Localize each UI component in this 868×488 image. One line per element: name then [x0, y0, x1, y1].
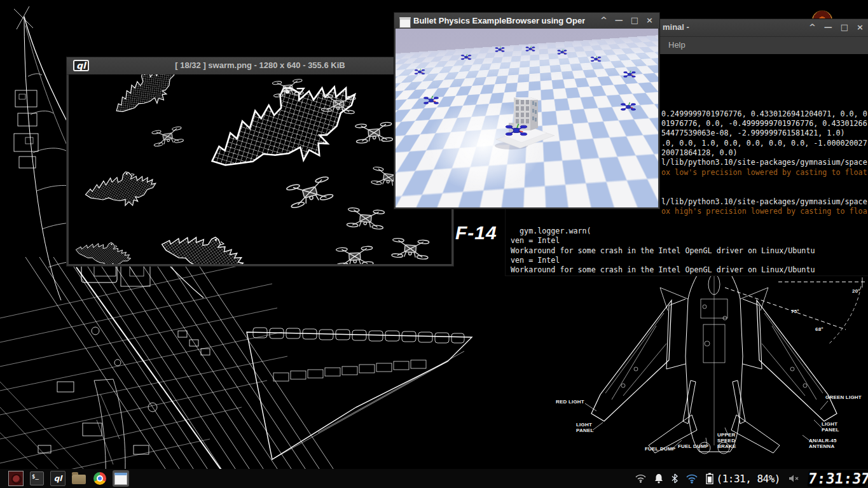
blueprint-label-light-panel-left: LIGHT PANEL: [576, 422, 595, 434]
terminal-window-controls: ^ — □ ×: [809, 22, 864, 33]
taskbar-item-files[interactable]: [71, 470, 87, 487]
sim-drone: [461, 54, 471, 60]
bullet-app-icon: [399, 17, 411, 28]
blueprint-angle-20: 20°: [852, 289, 860, 295]
taskbar-item-qimgv[interactable]: ql: [50, 470, 66, 487]
minimize-button[interactable]: —: [824, 22, 832, 33]
window-icon: [114, 473, 127, 485]
simulation-viewport[interactable]: [396, 29, 658, 207]
taskbar-item-active-window[interactable]: [113, 470, 129, 487]
sim-drone: [415, 69, 425, 74]
terminal-line: gym.logger.warn(: [511, 227, 868, 236]
taskbar-item-chrome[interactable]: [92, 470, 108, 487]
taskbar-item-terminal[interactable]: $_: [29, 470, 45, 487]
blueprint-label-fuel-dump-left: FUEL DUMP: [645, 447, 675, 452]
terminal-line: [511, 216, 868, 226]
folder-icon: [72, 475, 86, 484]
close-button[interactable]: ×: [646, 15, 653, 26]
desktop: F-14 RED LIGHT LIGHT PANEL FUEL DUMP FUE…: [0, 0, 868, 488]
terminal-line: Workaround for some crash in the Intel O…: [511, 246, 868, 256]
blueprint-label-upper-speed-brake: UPPER SPEED BRAKE: [717, 433, 740, 449]
sim-drone: [624, 71, 636, 77]
blueprint-label-antenna: AN/ALR-45 ANTENNA: [809, 438, 841, 450]
qimgv-icon: ql: [50, 471, 65, 486]
tray-clock[interactable]: 7:31:37: [807, 470, 867, 487]
red-app-icon: [8, 471, 24, 486]
taskbar: $_ ql: [0, 469, 868, 488]
bullet-titlebar[interactable]: Bullet Physics ExampleBrowser using Oper…: [394, 13, 659, 29]
terminal-line: ven = Intel: [511, 256, 868, 265]
sim-drone: [558, 50, 567, 55]
terminal-line: Workaround for some crash in the Intel O…: [511, 265, 868, 275]
notification-bell-icon[interactable]: [654, 473, 663, 484]
sim-drone: [621, 102, 635, 111]
volume-muted-icon[interactable]: [789, 474, 800, 483]
terminal-line: ven = Intel: [511, 236, 868, 246]
sim-drones-layer: [396, 29, 658, 207]
chrome-icon: [93, 472, 106, 485]
shade-button[interactable]: ^: [809, 22, 816, 33]
bullet-physics-window: Bullet Physics ExampleBrowser using Oper…: [394, 13, 659, 209]
wifi-connected-icon[interactable]: [686, 474, 698, 484]
maximize-button[interactable]: □: [841, 22, 848, 33]
terminal-icon: $_: [30, 471, 44, 485]
blueprint-label-light-panel-right: LIGHT PANEL: [822, 422, 841, 433]
blueprint-label-green-light: GREEN LIGHT: [825, 395, 862, 401]
sim-drone: [495, 47, 505, 52]
terminal-title: minal -: [663, 22, 689, 32]
battery-status-text: (1:31, 84%): [717, 473, 780, 485]
menu-item-help[interactable]: Help: [668, 40, 685, 50]
sim-drone: [424, 96, 438, 104]
system-tray: (1:31, 84%) 7:31:37: [635, 470, 867, 487]
sim-drone: [506, 124, 527, 136]
bullet-window-controls: ^ — □ ×: [600, 15, 653, 26]
sim-drone: [591, 56, 601, 62]
blueprint-angle-68: 68°: [815, 327, 823, 333]
f14-desktop-caption: F-14: [455, 222, 497, 244]
taskbar-item-app[interactable]: [8, 470, 24, 487]
shade-button[interactable]: ^: [600, 15, 607, 26]
battery-icon[interactable]: [706, 473, 713, 484]
sim-drone: [526, 46, 535, 52]
blueprint-angle-75: 75°: [791, 309, 799, 315]
wifi-signal-icon[interactable]: [635, 474, 646, 483]
bluetooth-icon[interactable]: [672, 473, 678, 484]
eagle-art: [74, 74, 373, 264]
bullet-title: Bullet Physics ExampleBrowser using Oper: [413, 16, 585, 25]
blueprint-label-red-light: RED LIGHT: [556, 400, 584, 405]
blueprint-label-fuel-dump-center: FUEL DUMP: [678, 444, 708, 450]
close-button[interactable]: ×: [857, 22, 864, 33]
taskbar-app-icons: $_ ql: [8, 470, 129, 487]
shuttle-body-blueprint: [0, 257, 472, 488]
minimize-button[interactable]: —: [615, 15, 623, 26]
maximize-button[interactable]: □: [631, 15, 638, 26]
